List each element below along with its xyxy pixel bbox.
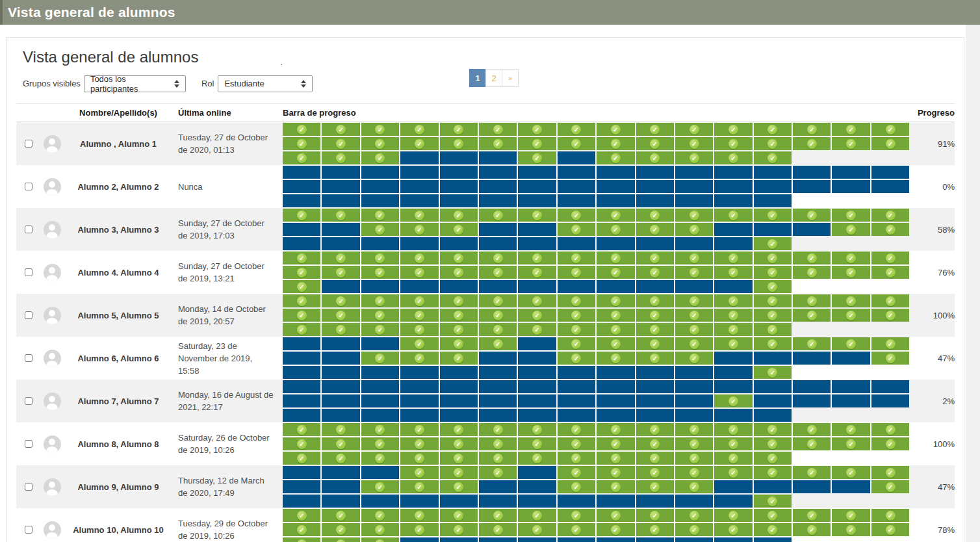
progress-cell-incomplete[interactable] <box>714 352 752 365</box>
progress-cell-complete[interactable]: ✓ <box>871 223 909 236</box>
progress-cell-incomplete[interactable] <box>400 394 438 407</box>
progress-cell-incomplete[interactable] <box>361 409 399 422</box>
progress-cell-complete[interactable]: ✓ <box>597 523 634 536</box>
progress-cell-incomplete[interactable] <box>597 380 634 393</box>
progress-cell-complete[interactable]: ✓ <box>675 266 713 279</box>
progress-cell-incomplete[interactable] <box>283 394 320 407</box>
avatar[interactable] <box>44 307 61 324</box>
progress-cell-incomplete[interactable] <box>754 537 792 542</box>
progress-cell-incomplete[interactable] <box>479 223 517 236</box>
progress-cell-complete[interactable]: ✓ <box>440 523 478 536</box>
progress-cell-incomplete[interactable] <box>518 223 556 236</box>
progress-cell-complete[interactable]: ✓ <box>714 252 752 265</box>
progress-cell-complete[interactable]: ✓ <box>754 337 792 350</box>
student-name[interactable]: Alumno 6, Alumno 6 <box>77 354 159 363</box>
progress-cell-complete[interactable]: ✓ <box>832 437 870 450</box>
progress-cell-complete[interactable]: ✓ <box>832 223 870 236</box>
progress-cell-complete[interactable]: ✓ <box>440 423 478 436</box>
progress-cell-complete[interactable]: ✓ <box>283 423 320 436</box>
progress-cell-incomplete[interactable] <box>714 409 752 422</box>
progress-cell-complete[interactable]: ✓ <box>518 437 556 450</box>
progress-cell-complete[interactable]: ✓ <box>597 337 634 350</box>
progress-cell-complete[interactable]: ✓ <box>636 223 674 236</box>
progress-cell-complete[interactable]: ✓ <box>400 523 438 536</box>
progress-cell-complete[interactable]: ✓ <box>283 137 320 150</box>
progress-cell-incomplete[interactable] <box>636 237 674 250</box>
progress-cell-complete[interactable]: ✓ <box>871 266 909 279</box>
progress-cell-incomplete[interactable] <box>675 537 713 542</box>
progress-cell-incomplete[interactable] <box>636 409 674 422</box>
progress-cell-incomplete[interactable] <box>871 180 909 193</box>
progress-cell-incomplete[interactable] <box>400 180 438 193</box>
progress-cell-incomplete[interactable] <box>675 237 713 250</box>
progress-cell-incomplete[interactable] <box>479 166 517 179</box>
progress-cell-complete[interactable]: ✓ <box>832 209 870 222</box>
progress-cell-complete[interactable]: ✓ <box>361 266 399 279</box>
progress-cell-complete[interactable]: ✓ <box>832 523 870 536</box>
progress-cell-complete[interactable]: ✓ <box>518 452 556 465</box>
student-name[interactable]: Alumno , Alumno 1 <box>80 139 157 149</box>
select-student-checkbox[interactable] <box>25 226 32 233</box>
progress-cell-complete[interactable]: ✓ <box>871 137 909 150</box>
progress-cell-complete[interactable]: ✓ <box>832 423 870 436</box>
progress-cell-incomplete[interactable] <box>361 337 399 350</box>
progress-cell-incomplete[interactable] <box>518 380 556 393</box>
progress-cell-incomplete[interactable] <box>283 180 320 193</box>
progress-cell-incomplete[interactable] <box>754 480 792 493</box>
progress-cell-complete[interactable]: ✓ <box>832 466 870 479</box>
progress-cell-incomplete[interactable] <box>832 394 870 407</box>
progress-cell-incomplete[interactable] <box>479 380 517 393</box>
progress-cell-incomplete[interactable] <box>361 194 399 207</box>
progress-cell-incomplete[interactable] <box>283 495 320 508</box>
progress-cell-complete[interactable]: ✓ <box>361 423 399 436</box>
progress-cell-complete[interactable]: ✓ <box>558 523 595 536</box>
progress-cell-complete[interactable]: ✓ <box>597 437 634 450</box>
progress-cell-complete[interactable]: ✓ <box>871 523 909 536</box>
progress-cell-complete[interactable]: ✓ <box>558 294 595 307</box>
progress-cell-incomplete[interactable] <box>518 466 556 479</box>
progress-cell-complete[interactable]: ✓ <box>400 266 438 279</box>
progress-cell-complete[interactable]: ✓ <box>597 480 634 493</box>
progress-cell-incomplete[interactable] <box>518 337 556 350</box>
progress-cell-complete[interactable]: ✓ <box>361 137 399 150</box>
progress-cell-complete[interactable]: ✓ <box>283 309 320 322</box>
progress-cell-complete[interactable]: ✓ <box>283 509 320 522</box>
progress-cell-complete[interactable]: ✓ <box>714 423 752 436</box>
progress-cell-complete[interactable]: ✓ <box>793 252 831 265</box>
progress-cell-complete[interactable]: ✓ <box>479 123 517 136</box>
progress-cell-complete[interactable]: ✓ <box>714 323 752 336</box>
progress-cell-complete[interactable]: ✓ <box>714 294 752 307</box>
progress-cell-complete[interactable]: ✓ <box>361 309 399 322</box>
progress-cell-incomplete[interactable] <box>361 280 399 293</box>
select-student-checkbox[interactable] <box>25 311 32 319</box>
progress-cell-complete[interactable]: ✓ <box>479 309 517 322</box>
progress-cell-incomplete[interactable] <box>636 180 674 193</box>
progress-cell-incomplete[interactable] <box>283 352 320 365</box>
progress-cell-complete[interactable]: ✓ <box>518 423 556 436</box>
progress-cell-incomplete[interactable] <box>558 280 595 293</box>
progress-cell-incomplete[interactable] <box>558 237 595 250</box>
progress-cell-incomplete[interactable] <box>440 409 478 422</box>
progress-cell-complete[interactable]: ✓ <box>675 323 713 336</box>
progress-cell-complete[interactable]: ✓ <box>558 509 595 522</box>
progress-cell-incomplete[interactable] <box>440 237 478 250</box>
progress-cell-complete[interactable]: ✓ <box>832 337 870 350</box>
progress-cell-incomplete[interactable] <box>283 466 320 479</box>
progress-cell-incomplete[interactable] <box>361 380 399 393</box>
progress-cell-incomplete[interactable] <box>518 237 556 250</box>
progress-cell-complete[interactable]: ✓ <box>675 437 713 450</box>
progress-cell-complete[interactable]: ✓ <box>636 266 674 279</box>
progress-cell-incomplete[interactable] <box>440 537 478 542</box>
progress-cell-incomplete[interactable] <box>675 366 713 379</box>
progress-cell-incomplete[interactable] <box>361 180 399 193</box>
progress-cell-complete[interactable]: ✓ <box>440 266 478 279</box>
pagination-page-2[interactable]: 2 <box>485 69 502 87</box>
progress-cell-complete[interactable]: ✓ <box>597 509 634 522</box>
student-name[interactable]: Alumno 8, Alumno 8 <box>77 439 159 449</box>
progress-cell-incomplete[interactable] <box>597 280 634 293</box>
progress-cell-complete[interactable]: ✓ <box>597 294 634 307</box>
progress-cell-complete[interactable]: ✓ <box>558 137 595 150</box>
progress-cell-complete[interactable]: ✓ <box>400 123 438 136</box>
student-name[interactable]: Alumno 3, Alumno 3 <box>77 225 159 235</box>
progress-cell-complete[interactable]: ✓ <box>871 209 909 222</box>
